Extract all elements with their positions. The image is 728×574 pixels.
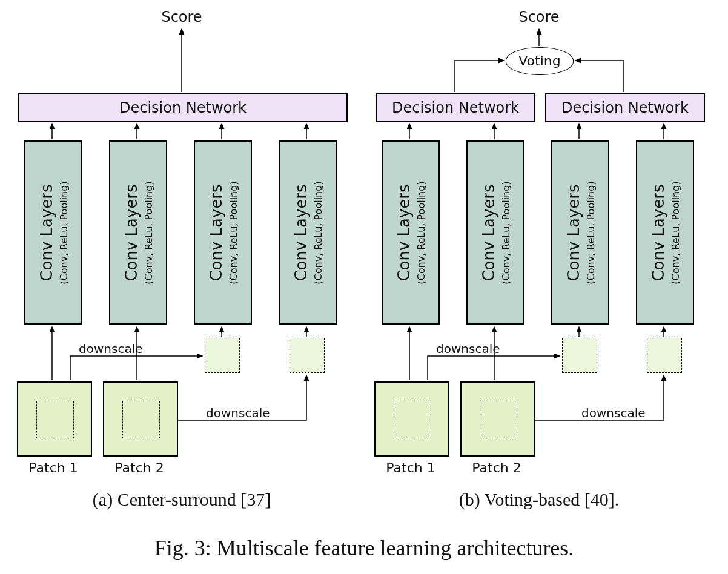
- figure-caption: Fig. 3: Multiscale feature learning arch…: [0, 535, 728, 561]
- voting-node: Voting: [506, 47, 574, 75]
- inner-patch-icon: [36, 401, 74, 438]
- conv-block-a3: Conv Layers(Conv, ReLu, Pooling): [194, 140, 252, 325]
- score-label-b: Score: [497, 8, 581, 25]
- patch-2-label-a: Patch 2: [103, 460, 176, 475]
- conv-block-a4: Conv Layers(Conv, ReLu, Pooling): [279, 140, 337, 325]
- downscaled-patch-b3: [562, 338, 597, 373]
- score-label-a: Score: [139, 8, 224, 25]
- patch-1-a: [17, 381, 92, 457]
- inner-patch-icon: [122, 401, 160, 438]
- conv-block-b3: Conv Layers(Conv, ReLu, Pooling): [551, 140, 609, 325]
- inner-patch-icon: [394, 401, 431, 438]
- downscaled-patch-a4: [290, 338, 325, 373]
- patch-1-label-a: Patch 1: [17, 460, 90, 475]
- subcaption-b: (b) Voting-based [40].: [369, 489, 709, 510]
- downscaled-patch-a3: [205, 338, 240, 373]
- decision-network-b2: Decision Network: [545, 93, 705, 122]
- patch-2-label-b: Patch 2: [460, 460, 533, 475]
- inner-patch-icon: [480, 401, 517, 438]
- conv-block-b4: Conv Layers(Conv, ReLu, Pooling): [636, 140, 694, 325]
- decision-network-a: Decision Network: [18, 93, 348, 122]
- patch-2-b: [460, 381, 535, 457]
- downscaled-patch-b4: [647, 338, 682, 373]
- downscale-label-a-lower: downscale: [206, 406, 270, 420]
- patch-2-a: [103, 381, 178, 457]
- downscale-label-a-upper: downscale: [79, 341, 143, 356]
- downscale-label-b-lower: downscale: [581, 406, 646, 420]
- conv-title: Conv Layers: [38, 181, 56, 284]
- downscale-label-b-upper: downscale: [436, 341, 500, 356]
- conv-block-b1: Conv Layers(Conv, ReLu, Pooling): [382, 140, 440, 325]
- conv-block-a1: Conv Layers(Conv, ReLu, Pooling): [24, 140, 82, 325]
- patch-1-label-b: Patch 1: [374, 460, 447, 475]
- conv-block-a2: Conv Layers(Conv, ReLu, Pooling): [109, 140, 167, 325]
- conv-block-b2: Conv Layers(Conv, ReLu, Pooling): [466, 140, 524, 325]
- conv-sub: (Conv, ReLu, Pooling): [58, 181, 70, 284]
- subcaption-a: (a) Center-surround [37]: [12, 489, 351, 510]
- patch-1-b: [374, 381, 449, 457]
- decision-network-b1: Decision Network: [376, 93, 535, 122]
